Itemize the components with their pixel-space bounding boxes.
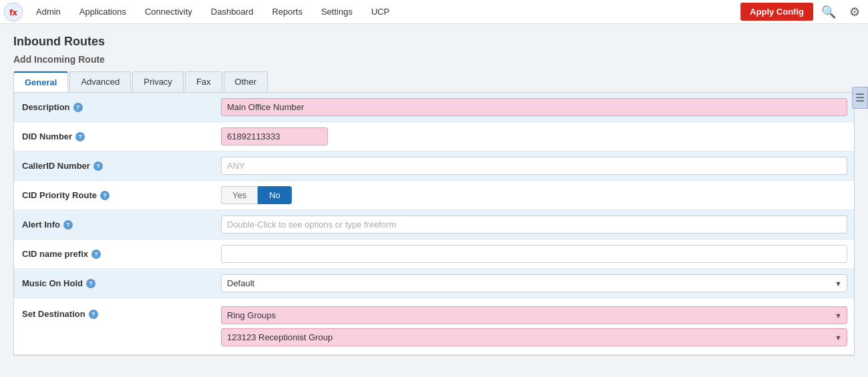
help-icon-description[interactable]: ?	[73, 103, 83, 112]
tab-fax[interactable]: Fax	[185, 71, 222, 92]
input-cid-name-prefix[interactable]	[221, 245, 847, 263]
help-icon-did[interactable]: ?	[75, 132, 85, 141]
settings-button[interactable]: ⚙	[844, 2, 865, 22]
toggle-cid-priority: Yes No	[221, 186, 847, 204]
label-callerid: CallerID Number ?	[14, 155, 214, 176]
label-set-destination: Set Destination ?	[14, 302, 214, 324]
form-row-did: DID Number ?	[14, 122, 854, 151]
field-cid-priority: Yes No	[214, 182, 854, 208]
select-wrap-destination-type: Ring Groups ▼	[221, 306, 847, 324]
gear-icon: ⚙	[849, 5, 860, 19]
field-did	[214, 123, 854, 149]
apply-config-button[interactable]: Apply Config	[740, 3, 813, 21]
label-did: DID Number ?	[14, 126, 214, 147]
select-wrap-music-on-hold: Default ▼	[221, 274, 847, 292]
form-container: Description ? DID Number ?	[13, 93, 855, 356]
select-destination-type[interactable]: Ring Groups	[221, 306, 847, 324]
tab-general[interactable]: General	[13, 71, 68, 92]
nav-right: Apply Config 🔍 ⚙	[740, 2, 865, 22]
select-wrap-destination-value: 123123 Receptionist Group ▼	[221, 328, 847, 346]
svg-text:fx: fx	[9, 7, 17, 17]
section-title: Add Incoming Route	[13, 54, 855, 65]
form-row-callerid: CallerID Number ?	[14, 151, 854, 181]
help-icon-cid-priority[interactable]: ?	[100, 191, 110, 200]
navbar: fx Admin Applications Connectivity Dashb…	[0, 0, 868, 24]
nav-ucp[interactable]: UCP	[362, 0, 399, 24]
nav-items: Admin Applications Connectivity Dashboar…	[27, 0, 740, 24]
label-cid-priority: CID Priority Route ?	[14, 185, 214, 206]
help-icon-music-on-hold[interactable]: ?	[86, 279, 95, 288]
select-music-on-hold[interactable]: Default	[221, 274, 847, 292]
nav-admin[interactable]: Admin	[27, 0, 70, 24]
select-destination-value[interactable]: 123123 Receptionist Group	[221, 328, 847, 346]
label-music-on-hold: Music On Hold ?	[14, 273, 214, 294]
input-description[interactable]	[221, 98, 847, 116]
toggle-no-button[interactable]: No	[258, 186, 292, 204]
nav-dashboard[interactable]: Dashboard	[202, 0, 263, 24]
page-title: Inbound Routes	[13, 35, 855, 49]
help-icon-callerid[interactable]: ?	[93, 161, 103, 171]
field-set-destination: Ring Groups ▼ 123123 Receptionist Group …	[214, 302, 854, 350]
tab-privacy[interactable]: Privacy	[132, 71, 184, 92]
input-did[interactable]	[221, 127, 328, 145]
field-description	[214, 94, 854, 120]
form-row-cid-priority: CID Priority Route ? Yes No	[14, 181, 854, 210]
form-row-alert-info: Alert Info ?	[14, 210, 854, 240]
help-icon-set-destination[interactable]: ?	[89, 310, 98, 319]
nav-applications[interactable]: Applications	[70, 0, 136, 24]
input-alert-info[interactable]	[221, 216, 847, 234]
tab-other[interactable]: Other	[224, 71, 268, 92]
search-button[interactable]: 🔍	[816, 2, 841, 22]
help-icon-alert-info[interactable]: ?	[63, 220, 73, 230]
help-icon-cid-name-prefix[interactable]: ?	[91, 250, 101, 259]
list-icon: ☰	[855, 92, 865, 103]
toggle-yes-button[interactable]: Yes	[221, 186, 258, 204]
field-callerid	[214, 153, 854, 179]
search-icon: 🔍	[821, 5, 836, 19]
form-row-description: Description ?	[14, 93, 854, 122]
form-row-music-on-hold: Music On Hold ? Default ▼	[14, 269, 854, 298]
label-description: Description ?	[14, 97, 214, 117]
page-content: Inbound Routes Add Incoming Route Genera…	[0, 24, 868, 366]
label-cid-name-prefix: CID name prefix ?	[14, 244, 214, 264]
right-sidebar-handle[interactable]: ☰	[852, 87, 868, 109]
nav-settings[interactable]: Settings	[312, 0, 362, 24]
field-music-on-hold: Default ▼	[214, 270, 854, 296]
label-alert-info: Alert Info ?	[14, 214, 214, 235]
tabs: General Advanced Privacy Fax Other	[13, 71, 855, 93]
field-cid-name-prefix	[214, 241, 854, 267]
logo: fx	[3, 1, 24, 23]
input-callerid[interactable]	[221, 157, 847, 175]
nav-connectivity[interactable]: Connectivity	[136, 0, 202, 24]
form-row-set-destination: Set Destination ? Ring Groups ▼ 123123 R…	[14, 298, 854, 355]
tab-advanced[interactable]: Advanced	[69, 71, 131, 92]
form-row-cid-name-prefix: CID name prefix ?	[14, 240, 854, 269]
field-alert-info	[214, 212, 854, 238]
nav-reports[interactable]: Reports	[262, 0, 312, 24]
